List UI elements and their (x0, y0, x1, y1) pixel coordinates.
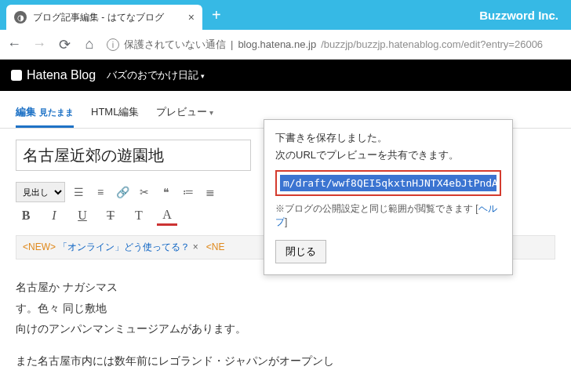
strike-button[interactable]: T (100, 205, 121, 226)
logo-text: Hatena Blog (27, 68, 96, 82)
post-content[interactable]: 名古屋か ナガシマス す。色々 同じ敷地 向けのアンパンマンミュージアム (16, 260, 555, 371)
promo-tail: <NE (206, 241, 225, 252)
site-info-icon[interactable]: i (107, 38, 119, 51)
popup-note: ※ブログの公開設定と同じ範囲が閲覧できます [ヘルプ] (275, 202, 501, 229)
back-button[interactable]: ← (6, 36, 22, 53)
underline-button[interactable]: U (72, 205, 93, 226)
ol-icon[interactable]: ≡ (92, 183, 109, 201)
blog-selector[interactable]: バズのおでかけ日記 (107, 68, 205, 82)
reload-button[interactable]: ⟳ (56, 36, 72, 53)
home-button[interactable]: ⌂ (82, 36, 97, 53)
content-line: また名古屋市内には数年前にレゴランド・ジャパンがオープンし (16, 350, 555, 372)
promo-new-tag: <NEW> (23, 241, 56, 252)
content-line: す。色々 同じ敷地 (16, 298, 555, 319)
code-icon[interactable]: ≔ (180, 183, 197, 201)
hatena-logo[interactable]: Hatena Blog (11, 68, 96, 82)
close-tab-icon[interactable]: × (188, 11, 195, 24)
content-line: 向けのアンパンマンミュージアムがあります。 (16, 318, 555, 339)
tab-edit-sub: 見たまま (39, 107, 74, 117)
new-tab-button[interactable]: + (202, 6, 231, 24)
popup-note-post: ] (285, 216, 287, 227)
italic-button[interactable]: I (44, 205, 64, 226)
logo-icon (11, 70, 22, 81)
fontsize-button[interactable]: T (129, 205, 149, 226)
tab-favicon: ◑ (14, 11, 27, 24)
browser-navbar: ← → ⟳ ⌂ i 保護されていない通信 | blog.hatena.ne.jp… (0, 30, 571, 60)
ul-icon[interactable]: ☰ (70, 183, 87, 201)
post-title-input[interactable] (16, 140, 251, 171)
footnote-icon[interactable]: ≣ (202, 183, 219, 201)
popup-line2: 次のURLでプレビューを共有できます。 (275, 148, 501, 162)
popup-close-button[interactable]: 閉じる (275, 240, 326, 263)
color-button[interactable]: A (157, 205, 177, 226)
popup-line1: 下書きを保存しました。 (275, 131, 501, 145)
address-bar[interactable]: i 保護されていない通信 | blog.hatena.ne.jp/buzzjp/… (107, 38, 565, 52)
heading-select[interactable]: 見出し (16, 182, 65, 202)
tab-edit[interactable]: 編集見たまま (16, 105, 74, 128)
readmore-icon[interactable]: ✂ (136, 183, 153, 201)
forward-button[interactable]: → (31, 36, 47, 53)
promo-link[interactable]: 「オンライン」どう使ってる？ (58, 241, 190, 252)
bold-button[interactable]: B (16, 205, 36, 226)
link-icon[interactable]: 🔗 (114, 183, 131, 201)
quote-icon[interactable]: ❝ (158, 183, 175, 201)
url-path: /buzzjp/buzzjp.hatenablog.com/edit?entry… (321, 38, 543, 50)
hatena-header: Hatena Blog バズのおでかけ日記 (0, 60, 571, 91)
window-brand: Buzzword Inc. (479, 9, 571, 22)
security-label: 保護されていない通信 (124, 38, 226, 52)
editor-body: 見出し ☰ ≡ 🔗 ✂ ❝ ≔ ≣ B I U T T A <NEW> 「オンラ… (0, 129, 571, 371)
tab-preview[interactable]: プレビュー (156, 105, 213, 128)
tab-title: ブログ記事編集 - はてなブログ (33, 11, 182, 24)
popup-url-input[interactable]: m/draft/wwf8QEI5qkxtnHJNTX4ebJtPndA (280, 175, 496, 191)
tab-html[interactable]: HTML編集 (91, 105, 139, 128)
url-host: blog.hatena.ne.jp (238, 38, 316, 50)
url-divider: | (231, 38, 233, 50)
popup-note-pre: ※ブログの公開設定と同じ範囲が閲覧できます [ (275, 203, 478, 214)
browser-tab[interactable]: ◑ ブログ記事編集 - はてなブログ × (6, 5, 202, 30)
promo-close-icon[interactable]: × (193, 241, 198, 252)
browser-titlebar: ◑ ブログ記事編集 - はてなブログ × + Buzzword Inc. (0, 0, 571, 30)
content-line: 名古屋か ナガシマス (16, 277, 555, 298)
tab-edit-label: 編集 (16, 106, 36, 118)
draft-saved-popup: 下書きを保存しました。 次のURLでプレビューを共有できます。 m/draft/… (264, 119, 513, 275)
popup-url-box: m/draft/wwf8QEI5qkxtnHJNTX4ebJtPndA (275, 170, 501, 196)
